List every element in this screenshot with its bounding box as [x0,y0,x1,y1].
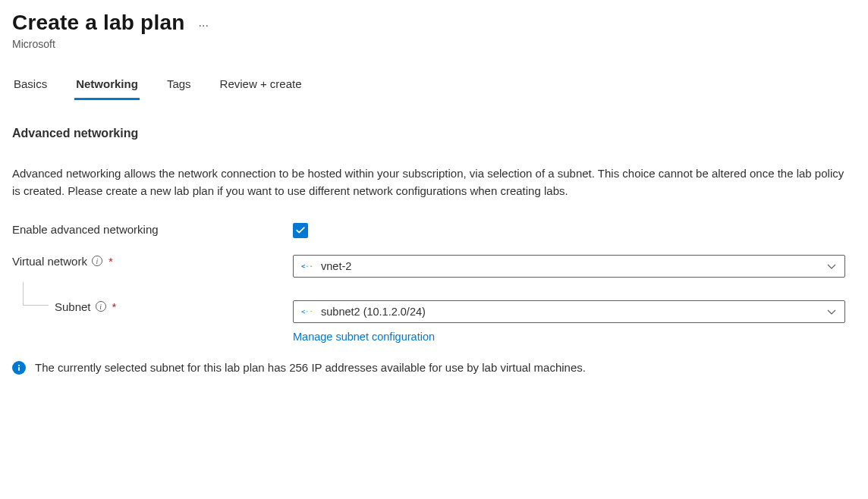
tab-bar: Basics Networking Tags Review + create [12,71,856,101]
tab-review-create[interactable]: Review + create [219,71,303,100]
chevron-down-icon [826,261,837,271]
subnet-icon: <··> [301,307,313,316]
vnet-icon: <··> [301,262,313,271]
virtual-network-value: vnet-2 [321,260,819,272]
tree-connector [23,282,49,306]
section-description: Advanced networking allows the network c… [12,165,854,200]
svg-text:<··>: <··> [301,307,313,315]
page-title: Create a lab plan [12,11,184,35]
svg-point-2 [18,364,20,366]
chevron-down-icon [826,306,837,317]
page-subtitle: Microsoft [12,38,856,50]
enable-advanced-networking-row: Enable advanced networking [12,223,856,238]
info-icon[interactable]: i [92,256,102,266]
info-banner: The currently selected subnet for this l… [12,361,856,375]
subnet-row: Subnet i * <··> subnet2 (10.1.2.0/24) Ma… [12,300,856,343]
check-icon [295,225,306,236]
tab-networking[interactable]: Networking [74,71,140,100]
info-badge-icon [12,361,26,375]
svg-rect-3 [18,367,20,371]
more-icon[interactable]: ··· [198,20,208,32]
subnet-label: Subnet [55,300,91,313]
required-indicator: * [112,300,117,313]
required-indicator: * [108,255,113,268]
subnet-dropdown[interactable]: <··> subnet2 (10.1.2.0/24) [293,300,845,323]
tab-basics[interactable]: Basics [12,71,49,100]
page-header: Create a lab plan ··· Microsoft [12,11,856,50]
info-icon[interactable]: i [96,301,106,312]
virtual-network-label: Virtual network [12,255,87,268]
virtual-network-row: Virtual network i * <··> vnet-2 [12,255,856,278]
virtual-network-dropdown[interactable]: <··> vnet-2 [293,255,845,278]
enable-advanced-networking-checkbox[interactable] [293,223,308,238]
manage-subnet-link[interactable]: Manage subnet configuration [293,331,435,343]
info-banner-text: The currently selected subnet for this l… [35,361,586,374]
subnet-value: subnet2 (10.1.2.0/24) [321,306,819,318]
svg-text:<··>: <··> [301,262,313,269]
tab-tags[interactable]: Tags [165,71,193,100]
section-title: Advanced networking [12,127,856,140]
enable-advanced-networking-label: Enable advanced networking [12,223,159,236]
